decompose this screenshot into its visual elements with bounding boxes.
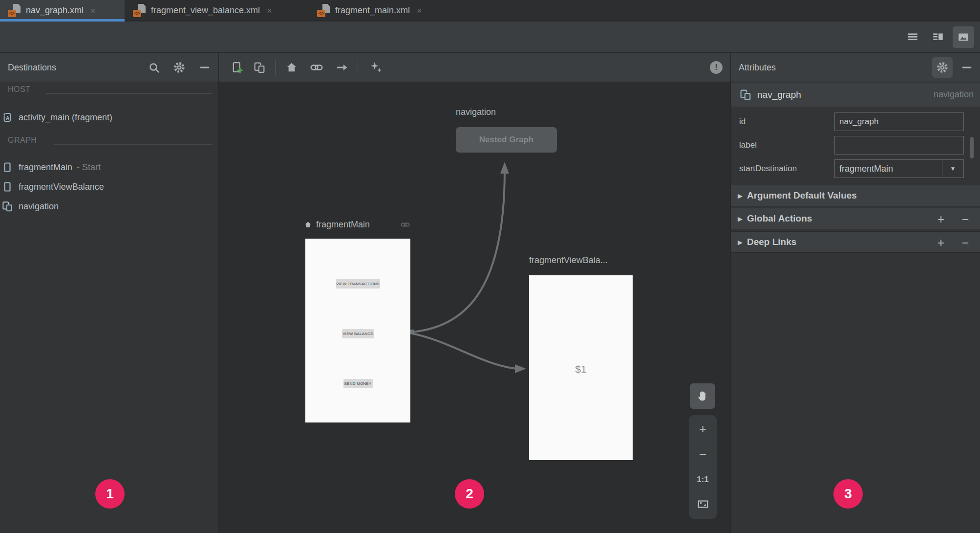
id-field-label: id — [739, 117, 746, 127]
add-destination-button[interactable] — [230, 60, 245, 75]
editor-mode-row — [0, 22, 980, 53]
pan-tool-button[interactable] — [690, 383, 715, 409]
tab-label: nav_graph.xml — [26, 5, 84, 16]
expand-arrow-icon[interactable]: ▶ — [738, 239, 743, 246]
new-nested-graph-button[interactable] — [252, 60, 267, 75]
action-connector-handle[interactable] — [410, 330, 414, 334]
tab-fragment-view-balance[interactable]: <> fragment_view_balance.xml × — [125, 0, 309, 21]
destinations-title: Destinations — [8, 53, 56, 82]
attributes-settings-button[interactable] — [932, 57, 953, 78]
view-transactions-button: VIEW TRANSACTIONS — [336, 279, 380, 289]
chevron-down-icon[interactable]: ▼ — [942, 160, 963, 178]
destination-label: navigation — [19, 201, 59, 212]
add-global-action-button[interactable]: + — [933, 208, 949, 230]
attributes-title: Attributes — [739, 53, 776, 82]
fragment-main-title-row[interactable]: fragmentMain — [304, 220, 410, 230]
attributes-header: Attributes — [731, 53, 980, 82]
split-view-icon — [932, 31, 944, 44]
code-view-button[interactable] — [902, 26, 923, 48]
search-button[interactable] — [144, 57, 164, 78]
search-icon — [148, 62, 160, 74]
assign-start-destination-button[interactable] — [284, 60, 299, 75]
add-deep-link-button[interactable]: + — [933, 232, 949, 253]
action-edge-arrowhead-right — [515, 364, 526, 373]
expand-arrow-icon[interactable]: ▶ — [738, 192, 743, 200]
section-global-actions[interactable]: ▶ Global Actions + − — [731, 208, 980, 229]
hand-icon — [696, 389, 709, 403]
fragment-main-preview[interactable]: VIEW TRANSACTIONS VIEW BALANCE SEND MONE… — [305, 239, 410, 422]
start-destination-dropdown[interactable]: fragmentMain ▼ — [834, 159, 964, 178]
component-name: nav_graph — [757, 89, 801, 100]
action-edge-arrowhead-up — [500, 162, 509, 174]
fragment-icon — [0, 181, 15, 193]
destination-item-activity-main[interactable]: A activity_main (fragment) — [0, 108, 219, 127]
tab-nav-graph[interactable]: <> nav_graph.xml × — [0, 0, 125, 21]
canvas-body[interactable]: navigation Nested Graph fragmentMain — [219, 83, 730, 533]
destinations-header: Destinations — [0, 53, 218, 82]
arrow-icon — [335, 61, 349, 74]
expand-arrow-icon[interactable]: ▶ — [738, 215, 743, 222]
start-destination-suffix: - Start — [77, 162, 101, 173]
attributes-panel: Attributes — [730, 53, 980, 533]
zoom-controls: + − 1:1 — [689, 415, 717, 519]
action-edge-to-navigation[interactable] — [412, 171, 505, 332]
tab-fragment-main[interactable]: <> fragment_main.xml × — [309, 0, 456, 21]
send-money-button: SEND MONEY — [343, 379, 373, 388]
gear-icon — [173, 61, 186, 74]
destination-label: fragmentMain — [19, 162, 72, 173]
graph-section-rule — [54, 144, 212, 145]
selected-component-row: nav_graph navigation — [731, 83, 980, 107]
annotation-badge-2: 2 — [455, 479, 484, 509]
xml-file-icon: <> — [133, 4, 146, 17]
tab-close-icon[interactable]: × — [90, 6, 96, 15]
section-label: Argument Default Values — [747, 190, 857, 201]
design-view-button[interactable] — [953, 26, 974, 48]
fragment-view-balance-preview[interactable]: $1 — [529, 275, 633, 460]
section-deep-links[interactable]: ▶ Deep Links + − — [731, 231, 980, 253]
destination-label: activity_main (fragment) — [19, 112, 112, 123]
graph-section-label: GRAPH — [8, 136, 37, 145]
label-field-label: label — [739, 140, 757, 150]
section-argument-default-values[interactable]: ▶ Argument Default Values — [731, 185, 980, 206]
action-edge-to-view-balance[interactable] — [412, 333, 517, 369]
sparkles-icon — [369, 60, 383, 75]
section-label: Global Actions — [747, 213, 812, 224]
nested-node-button-label: Nested Graph — [479, 135, 533, 145]
destination-item-navigation[interactable]: navigation — [0, 197, 219, 216]
xml-file-icon: <> — [8, 4, 21, 17]
deep-link-button[interactable] — [309, 60, 324, 75]
label-field-input[interactable] — [834, 136, 964, 155]
destination-item-fragment-view-balance[interactable]: fragmentViewBalance — [0, 177, 219, 197]
tab-close-icon[interactable]: × — [417, 6, 422, 15]
code-lines-icon — [906, 31, 919, 44]
id-field-input[interactable] — [834, 112, 964, 131]
balance-text: $1 — [529, 363, 633, 375]
split-view-button[interactable] — [927, 26, 949, 48]
hide-attributes-button[interactable] — [957, 57, 977, 78]
panel-scrollbar-thumb[interactable] — [970, 137, 974, 158]
auto-arrange-button[interactable] — [368, 60, 384, 75]
section-label: Deep Links — [747, 237, 796, 247]
zoom-in-button[interactable]: + — [689, 417, 717, 441]
nested-node-title: navigation — [456, 107, 496, 117]
hide-panel-button[interactable] — [194, 57, 215, 78]
zoom-out-button[interactable]: − — [689, 443, 717, 466]
destination-item-fragment-main[interactable]: fragmentMain - Start — [0, 157, 219, 177]
minus-icon — [961, 62, 973, 73]
remove-deep-link-button[interactable]: − — [957, 232, 974, 253]
nested-graph-node[interactable]: Nested Graph — [456, 127, 557, 153]
zoom-to-fit-button[interactable] — [689, 492, 717, 516]
nested-graph-icon — [739, 88, 752, 102]
fit-screen-icon — [697, 498, 709, 511]
link-icon — [309, 60, 324, 75]
canvas-toolbar: ! — [219, 53, 730, 82]
tab-close-icon[interactable]: × — [267, 6, 272, 15]
action-button[interactable] — [334, 60, 350, 75]
issue-indicator[interactable]: ! — [710, 61, 723, 74]
settings-button[interactable] — [169, 57, 190, 78]
zoom-actual-size-button[interactable]: 1:1 — [689, 468, 717, 491]
fragment-view-balance-title[interactable]: fragmentViewBala... — [529, 255, 608, 266]
gear-icon — [936, 61, 949, 74]
remove-global-action-button[interactable]: − — [957, 208, 974, 230]
toolbar-separator — [358, 60, 358, 75]
